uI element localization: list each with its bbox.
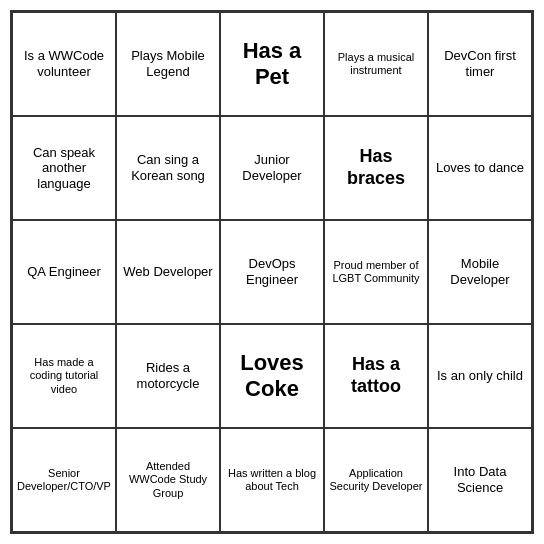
bingo-cell-r1c4: Loves to dance	[428, 116, 532, 220]
bingo-cell-r4c0: Senior Developer/CTO/VP	[12, 428, 116, 532]
bingo-cell-r3c3: Has a tattoo	[324, 324, 428, 428]
bingo-cell-r4c2: Has written a blog about Tech	[220, 428, 324, 532]
bingo-cell-r2c4: Mobile Developer	[428, 220, 532, 324]
bingo-cell-r2c2: DevOps Engineer	[220, 220, 324, 324]
bingo-cell-r1c2: Junior Developer	[220, 116, 324, 220]
bingo-cell-r3c4: Is an only child	[428, 324, 532, 428]
bingo-cell-r1c0: Can speak another language	[12, 116, 116, 220]
bingo-cell-r0c3: Plays a musical instrument	[324, 12, 428, 116]
bingo-cell-r2c1: Web Developer	[116, 220, 220, 324]
bingo-cell-r0c2: Has a Pet	[220, 12, 324, 116]
bingo-cell-r4c1: Attended WWCode Study Group	[116, 428, 220, 532]
bingo-cell-r4c4: Into Data Science	[428, 428, 532, 532]
bingo-cell-r3c0: Has made a coding tutorial video	[12, 324, 116, 428]
bingo-cell-r0c1: Plays Mobile Legend	[116, 12, 220, 116]
bingo-cell-r0c0: Is a WWCode volunteer	[12, 12, 116, 116]
bingo-cell-r1c3: Has braces	[324, 116, 428, 220]
bingo-cell-r2c3: Proud member of LGBT Community	[324, 220, 428, 324]
bingo-cell-r3c1: Rides a motorcycle	[116, 324, 220, 428]
bingo-cell-r1c1: Can sing a Korean song	[116, 116, 220, 220]
bingo-cell-r4c3: Application Security Developer	[324, 428, 428, 532]
bingo-cell-r2c0: QA Engineer	[12, 220, 116, 324]
bingo-cell-r0c4: DevCon first timer	[428, 12, 532, 116]
bingo-cell-r3c2: Loves Coke	[220, 324, 324, 428]
bingo-card: Is a WWCode volunteerPlays Mobile Legend…	[10, 10, 534, 534]
